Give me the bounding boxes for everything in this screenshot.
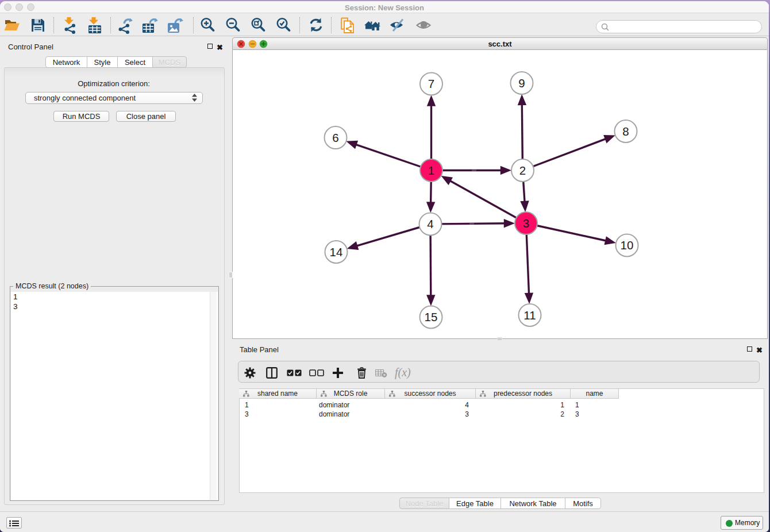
svg-text:11: 11 [523, 309, 536, 322]
svg-text:4: 4 [427, 217, 433, 230]
svg-text:7: 7 [428, 77, 434, 90]
svg-text:8: 8 [622, 125, 629, 138]
svg-text:10: 10 [621, 238, 634, 252]
svg-text:2: 2 [519, 164, 526, 177]
svg-text:1: 1 [428, 164, 434, 177]
svg-text:15: 15 [425, 310, 438, 323]
svg-text:3: 3 [523, 217, 529, 230]
svg-text:6: 6 [332, 131, 338, 144]
svg-text:9: 9 [518, 76, 525, 90]
svg-text:14: 14 [330, 245, 343, 259]
